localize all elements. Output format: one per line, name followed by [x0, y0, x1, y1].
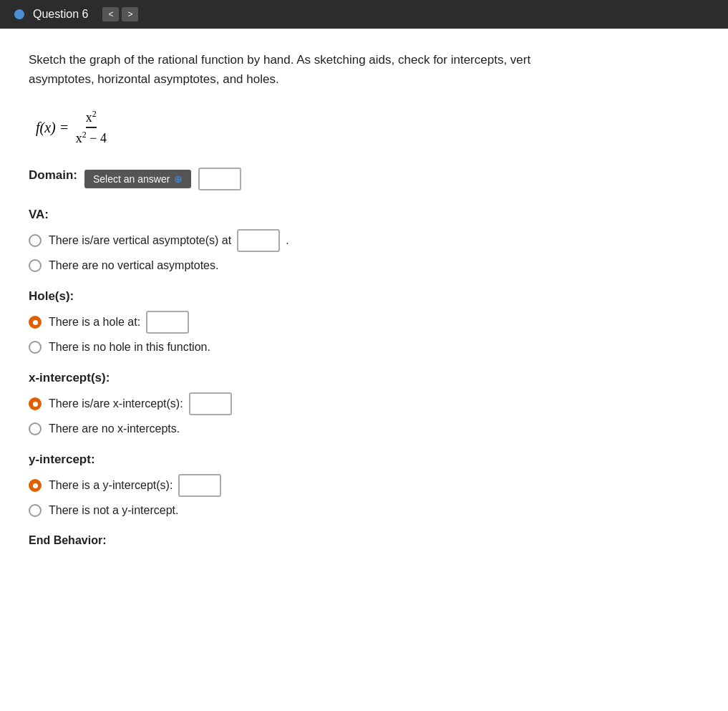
end-behavior-section: End Behavior:	[29, 534, 699, 547]
domain-row: Domain: Select an answer ⊕	[29, 168, 699, 190]
y-intercept-option1[interactable]: There is a y-intercept(s):	[29, 474, 699, 497]
nav-arrows: < >	[102, 7, 138, 21]
y-intercept-option2[interactable]: There is not a y-intercept.	[29, 504, 699, 517]
holes-section: Hole(s): There is a hole at: There is no…	[29, 289, 699, 354]
function-fraction: x2 x2 − 4	[76, 109, 107, 146]
select-answer-button[interactable]: Select an answer ⊕	[84, 170, 191, 188]
domain-section: Domain: Select an answer ⊕	[29, 168, 699, 190]
x-intercept-option1[interactable]: There is/are x-intercept(s):	[29, 392, 699, 415]
va-option1-text-row: There is/are vertical asymptote(s) at .	[49, 229, 289, 252]
va-section: VA: There is/are vertical asymptote(s) a…	[29, 208, 699, 272]
holes-radio2[interactable]	[29, 341, 42, 354]
x-intercept-section: x-intercept(s): There is/are x-intercept…	[29, 371, 699, 435]
nav-prev-button[interactable]: <	[102, 7, 119, 21]
x-intercept-option1-text-row: There is/are x-intercept(s):	[49, 392, 232, 415]
va-option1[interactable]: There is/are vertical asymptote(s) at .	[29, 229, 699, 252]
content-area: Sketch the graph of the rational functio…	[0, 29, 728, 586]
function-label: f(x) =	[36, 120, 69, 135]
holes-radio1[interactable]	[29, 316, 42, 329]
holes-option2-text: There is no hole in this function.	[49, 341, 210, 354]
y-intercept-option1-text-row: There is a y-intercept(s):	[49, 474, 221, 497]
x-intercept-label: x-intercept(s):	[29, 371, 699, 385]
x-intercept-radio1[interactable]	[29, 397, 42, 410]
x-intercept-option1-text: There is/are x-intercept(s):	[49, 397, 183, 410]
y-intercept-option2-text: There is not a y-intercept.	[49, 504, 178, 517]
x-intercept-input[interactable]	[189, 392, 232, 415]
va-option1-text: There is/are vertical asymptote(s) at	[49, 234, 231, 247]
question-text-line1: Sketch the graph of the rational functio…	[29, 53, 530, 67]
function-denominator: x2 − 4	[76, 128, 107, 146]
va-radio2[interactable]	[29, 259, 42, 272]
holes-input[interactable]	[146, 311, 189, 334]
x-intercept-option2-text: There are no x-intercepts.	[49, 422, 180, 435]
y-intercept-option1-text: There is a y-intercept(s):	[49, 479, 173, 492]
nav-next-button[interactable]: >	[122, 7, 138, 21]
page-container: Question 6 < > Sketch the graph of the r…	[0, 0, 728, 711]
end-behavior-label: End Behavior:	[29, 534, 699, 547]
y-intercept-radio1[interactable]	[29, 479, 42, 492]
header-bar: Question 6 < >	[0, 0, 728, 29]
question-header-label: Question 6	[33, 8, 88, 21]
va-input[interactable]	[237, 229, 280, 252]
x-intercept-radio2[interactable]	[29, 422, 42, 435]
va-label: VA:	[29, 208, 699, 222]
select-answer-label: Select an answer	[93, 173, 170, 185]
header-dot	[14, 9, 24, 19]
question-text-line2: asymptotes, horizontal asymptotes, and h…	[29, 72, 279, 86]
holes-option2[interactable]: There is no hole in this function.	[29, 341, 699, 354]
holes-label: Hole(s):	[29, 289, 699, 304]
question-text: Sketch the graph of the rational functio…	[29, 50, 699, 89]
function-numerator: x2	[86, 109, 97, 128]
va-option2[interactable]: There are no vertical asymptotes.	[29, 259, 699, 272]
function-display: f(x) = x2 x2 − 4	[36, 109, 699, 146]
holes-option1[interactable]: There is a hole at:	[29, 311, 699, 334]
holes-option1-text: There is a hole at:	[49, 316, 140, 329]
domain-label: Domain:	[29, 168, 77, 183]
va-period: .	[286, 234, 288, 247]
x-intercept-option2[interactable]: There are no x-intercepts.	[29, 422, 699, 435]
y-intercept-input[interactable]	[178, 474, 221, 497]
va-radio1[interactable]	[29, 234, 42, 247]
va-option2-text: There are no vertical asymptotes.	[49, 259, 218, 272]
y-intercept-section: y-intercept: There is a y-intercept(s): …	[29, 453, 699, 517]
select-answer-icon: ⊕	[174, 173, 183, 185]
y-intercept-label: y-intercept:	[29, 453, 699, 467]
holes-option1-text-row: There is a hole at:	[49, 311, 189, 334]
y-intercept-radio2[interactable]	[29, 504, 42, 517]
domain-input[interactable]	[198, 168, 241, 190]
